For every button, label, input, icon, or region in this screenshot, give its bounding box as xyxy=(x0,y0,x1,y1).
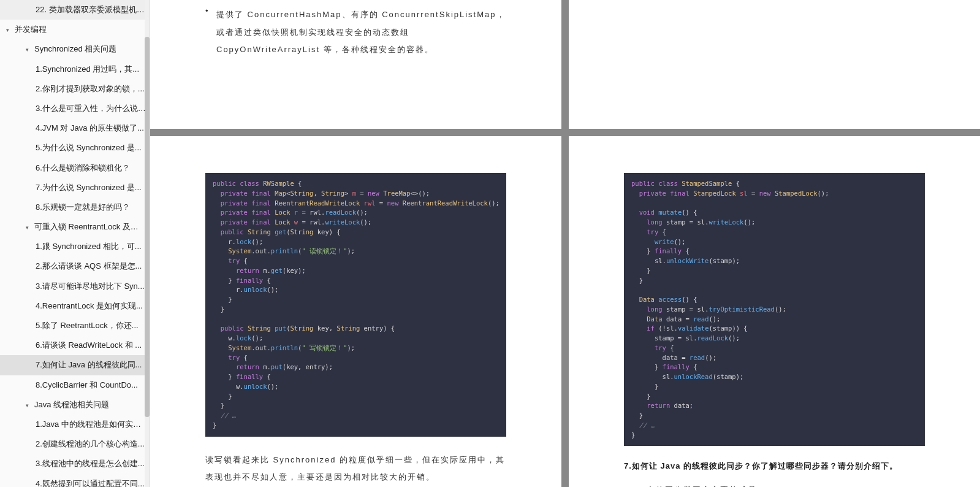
toc-item-label: 2.你刚才提到获取对象的锁，... xyxy=(36,84,145,93)
toc-item-label: 可重入锁 ReentrantLock 及其他... xyxy=(34,222,150,231)
toc-item[interactable]: 22. 类加载器双亲委派模型机制？ xyxy=(0,0,150,20)
toc-item[interactable]: 1.Java 中的线程池是如何实现... xyxy=(0,415,150,434)
toc-item-label: 4.JVM 对 Java 的原生锁做了... xyxy=(36,123,144,132)
toc-item-label: 3.什么是可重入性，为什么说 ... xyxy=(36,104,146,113)
toc-item[interactable]: 1.Synchronized 用过吗，其... xyxy=(0,59,150,79)
toc-item-label: 6.什么是锁消除和锁粗化？ xyxy=(36,163,130,172)
document-viewport: • 提供了 ConcurrentHashMap、有序的 ConcunrrentS… xyxy=(150,0,980,487)
toc-item[interactable]: 4.既然提到可以通过配置不同... xyxy=(0,474,150,488)
toc-item[interactable]: 5.为什么说 Synchronized 是... xyxy=(0,138,150,158)
paragraph: 读写锁看起来比 Synchronized 的粒度似乎细一些，但在实际应用中，其表… xyxy=(205,451,506,486)
section-heading: 7.如何让 Java 的线程彼此同步？你了解过哪些同步器？请分别介绍下。 xyxy=(624,461,925,472)
bullet-text: 提供了 ConcurrentHashMap、有序的 ConcunrrentSki… xyxy=(216,6,506,59)
toc-item-label: 2.那么请谈谈 AQS 框架是怎... xyxy=(36,261,142,270)
toc-item-label: 7.为什么说 Synchronized 是... xyxy=(36,183,142,192)
toc-item-label: Java 线程池相关问题 xyxy=(34,400,109,409)
toc-item-label: 1.Java 中的线程池是如何实现... xyxy=(36,420,148,429)
code-block-rwsample: public class RWSample { private final Ma… xyxy=(205,173,506,437)
toc-item[interactable]: 4.JVM 对 Java 的原生锁做了... xyxy=(0,118,150,138)
toc-item[interactable]: 5.除了 ReetrantLock，你还... xyxy=(0,316,150,336)
toc-item[interactable]: 3.什么是可重入性，为什么说 ... xyxy=(0,99,150,118)
toc-item-label: 4.既然提到可以通过配置不同... xyxy=(36,479,145,488)
toc-item-label: 4.ReentrantLock 是如何实现... xyxy=(36,301,143,310)
toc-item[interactable]: 6.请谈谈 ReadWriteLock 和 ... xyxy=(0,336,150,355)
toc-item-label: 1.Synchronized 用过吗，其... xyxy=(36,64,139,74)
toc-item[interactable]: 6.什么是锁消除和锁粗化？ xyxy=(0,158,150,178)
page-lower-left: public class RWSample { private final Ma… xyxy=(150,136,561,487)
toc-item-label: 1.跟 Synchronized 相比，可... xyxy=(36,242,142,251)
toc-item[interactable]: ▾Synchronized 相关问题 xyxy=(0,39,150,59)
toc-item[interactable]: 8.CyclicBarrier 和 CountDo... xyxy=(0,375,150,395)
bullet-item: • 提供了 ConcurrentHashMap、有序的 ConcunrrentS… xyxy=(205,6,506,59)
expand-collapse-icon[interactable]: ▾ xyxy=(26,224,33,232)
toc-item-label: 22. 类加载器双亲委派模型机制？ xyxy=(36,5,150,14)
toc-item[interactable]: 7.如何让 Java 的线程彼此同... xyxy=(0,355,150,375)
toc-item-label: 5.为什么说 Synchronized 是... xyxy=(36,143,142,152)
expand-collapse-icon[interactable]: ▾ xyxy=(26,46,33,54)
class-name: RWSample xyxy=(263,180,294,187)
toc-item-label: 8.CyclicBarrier 和 CountDo... xyxy=(36,380,138,389)
outline-sidebar: 22. 类加载器双亲委派模型机制？▾并发编程▾Synchronized 相关问题… xyxy=(0,0,150,487)
toc-item-label: 2.创建线程池的几个核心构造... xyxy=(36,439,145,448)
toc-item[interactable]: ▾并发编程 xyxy=(0,20,150,39)
toc-item[interactable]: 2.创建线程池的几个核心构造... xyxy=(0,434,150,454)
toc-item[interactable]: 2.你刚才提到获取对象的锁，... xyxy=(0,79,150,99)
toc-item[interactable]: 3.线程池中的线程是怎么创建... xyxy=(0,454,150,474)
toc-item[interactable]: 8.乐观锁一定就是好的吗？ xyxy=(0,197,150,217)
expand-collapse-icon[interactable]: ▾ xyxy=(6,26,13,34)
page-lower-right: public class StampedSample { private fin… xyxy=(569,136,980,487)
page-upper-right xyxy=(569,0,980,129)
toc-item-label: 并发编程 xyxy=(15,25,47,34)
toc-item-label: 5.除了 ReetrantLock，你还... xyxy=(36,321,139,330)
toc-item[interactable]: 1.跟 Synchronized 相比，可... xyxy=(0,237,150,256)
toc-item-label: 3.请尽可能详尽地对比下 Syn... xyxy=(36,282,145,291)
code-block-stamped: public class StampedSample { private fin… xyxy=(624,173,925,446)
toc-item-label: Synchronized 相关问题 xyxy=(34,44,116,53)
toc-item[interactable]: 2.那么请谈谈 AQS 框架是怎... xyxy=(0,256,150,276)
toc-item-label: 6.请谈谈 ReadWriteLock 和 ... xyxy=(36,340,142,350)
sidebar-scrollbar[interactable] xyxy=(145,0,150,487)
class-name: StampedSample xyxy=(682,180,732,187)
toc-item-label: 3.线程池中的线程是怎么创建... xyxy=(36,459,145,468)
expand-collapse-icon[interactable]: ▾ xyxy=(26,402,33,410)
toc-item[interactable]: 4.ReentrantLock 是如何实现... xyxy=(0,296,150,316)
left-column: • 提供了 ConcurrentHashMap、有序的 ConcunrrentS… xyxy=(150,0,561,487)
right-column: public class StampedSample { private fin… xyxy=(569,0,980,487)
paragraph: JUC 中的同步器三个主要的成员：CountDownLatch、CyclicBa… xyxy=(624,481,925,487)
toc-item[interactable]: ▾Java 线程池相关问题 xyxy=(0,395,150,415)
string-literal: " 读锁锁定！" xyxy=(302,247,347,255)
toc-item-label: 7.如何让 Java 的线程彼此同... xyxy=(36,360,142,369)
sidebar-scrollbar-thumb[interactable] xyxy=(145,37,150,417)
bullet-marker: • xyxy=(205,6,216,59)
toc-item[interactable]: 3.请尽可能详尽地对比下 Syn... xyxy=(0,277,150,296)
page-upper-left: • 提供了 ConcurrentHashMap、有序的 ConcunrrentS… xyxy=(150,0,561,129)
string-literal: " 写锁锁定！" xyxy=(302,344,347,351)
toc-item[interactable]: ▾可重入锁 ReentrantLock 及其他... xyxy=(0,217,150,237)
toc-item-label: 8.乐观锁一定就是好的吗？ xyxy=(36,202,130,212)
toc-item[interactable]: 7.为什么说 Synchronized 是... xyxy=(0,178,150,197)
